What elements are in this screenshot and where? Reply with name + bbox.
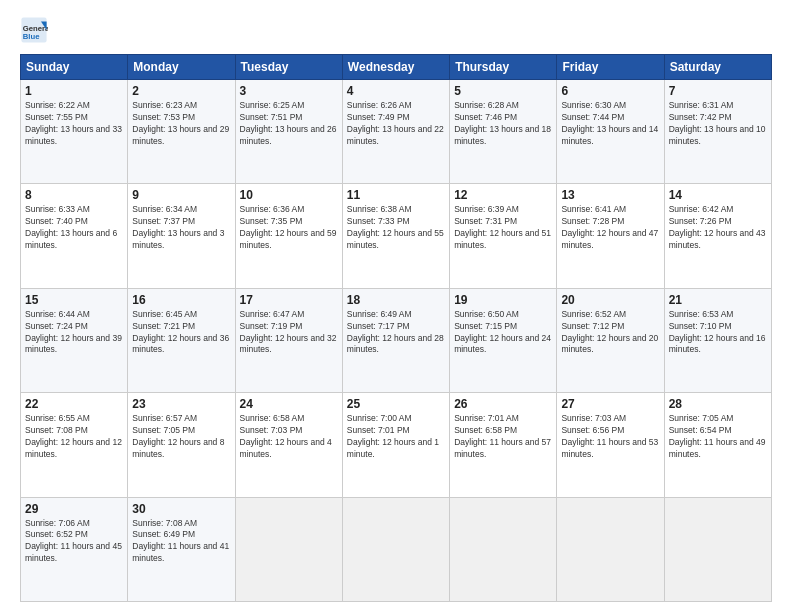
calendar-cell: 2Sunrise: 6:23 AMSunset: 7:53 PMDaylight… [128,80,235,184]
calendar-cell: 29Sunrise: 7:06 AMSunset: 6:52 PMDayligh… [21,497,128,601]
calendar-cell: 7Sunrise: 6:31 AMSunset: 7:42 PMDaylight… [664,80,771,184]
day-number: 14 [669,188,767,202]
day-number: 19 [454,293,552,307]
calendar-cell: 8Sunrise: 6:33 AMSunset: 7:40 PMDaylight… [21,184,128,288]
calendar-cell: 28Sunrise: 7:05 AMSunset: 6:54 PMDayligh… [664,393,771,497]
calendar-cell: 20Sunrise: 6:52 AMSunset: 7:12 PMDayligh… [557,288,664,392]
calendar-week-row: 15Sunrise: 6:44 AMSunset: 7:24 PMDayligh… [21,288,772,392]
day-info: Sunrise: 6:26 AMSunset: 7:49 PMDaylight:… [347,100,445,148]
calendar-cell [664,497,771,601]
day-number: 30 [132,502,230,516]
svg-text:Blue: Blue [23,32,40,41]
day-info: Sunrise: 7:08 AMSunset: 6:49 PMDaylight:… [132,518,230,566]
day-number: 9 [132,188,230,202]
col-sunday: Sunday [21,55,128,80]
day-info: Sunrise: 6:23 AMSunset: 7:53 PMDaylight:… [132,100,230,148]
calendar-cell: 16Sunrise: 6:45 AMSunset: 7:21 PMDayligh… [128,288,235,392]
calendar-cell [557,497,664,601]
day-number: 23 [132,397,230,411]
calendar-cell: 23Sunrise: 6:57 AMSunset: 7:05 PMDayligh… [128,393,235,497]
col-thursday: Thursday [450,55,557,80]
day-number: 25 [347,397,445,411]
day-number: 5 [454,84,552,98]
calendar-cell: 19Sunrise: 6:50 AMSunset: 7:15 PMDayligh… [450,288,557,392]
day-info: Sunrise: 6:33 AMSunset: 7:40 PMDaylight:… [25,204,123,252]
calendar-cell [342,497,449,601]
day-info: Sunrise: 6:49 AMSunset: 7:17 PMDaylight:… [347,309,445,357]
day-number: 27 [561,397,659,411]
day-info: Sunrise: 6:34 AMSunset: 7:37 PMDaylight:… [132,204,230,252]
day-number: 2 [132,84,230,98]
day-number: 6 [561,84,659,98]
day-info: Sunrise: 6:39 AMSunset: 7:31 PMDaylight:… [454,204,552,252]
day-number: 24 [240,397,338,411]
calendar-cell: 30Sunrise: 7:08 AMSunset: 6:49 PMDayligh… [128,497,235,601]
calendar-cell: 5Sunrise: 6:28 AMSunset: 7:46 PMDaylight… [450,80,557,184]
day-info: Sunrise: 6:53 AMSunset: 7:10 PMDaylight:… [669,309,767,357]
calendar-cell: 26Sunrise: 7:01 AMSunset: 6:58 PMDayligh… [450,393,557,497]
day-info: Sunrise: 6:36 AMSunset: 7:35 PMDaylight:… [240,204,338,252]
calendar: Sunday Monday Tuesday Wednesday Thursday… [20,54,772,602]
calendar-cell: 9Sunrise: 6:34 AMSunset: 7:37 PMDaylight… [128,184,235,288]
day-info: Sunrise: 6:38 AMSunset: 7:33 PMDaylight:… [347,204,445,252]
day-info: Sunrise: 6:58 AMSunset: 7:03 PMDaylight:… [240,413,338,461]
calendar-cell: 14Sunrise: 6:42 AMSunset: 7:26 PMDayligh… [664,184,771,288]
day-info: Sunrise: 6:52 AMSunset: 7:12 PMDaylight:… [561,309,659,357]
day-info: Sunrise: 6:57 AMSunset: 7:05 PMDaylight:… [132,413,230,461]
day-info: Sunrise: 7:06 AMSunset: 6:52 PMDaylight:… [25,518,123,566]
day-number: 1 [25,84,123,98]
calendar-cell: 27Sunrise: 7:03 AMSunset: 6:56 PMDayligh… [557,393,664,497]
day-number: 17 [240,293,338,307]
day-number: 4 [347,84,445,98]
day-info: Sunrise: 6:47 AMSunset: 7:19 PMDaylight:… [240,309,338,357]
day-number: 21 [669,293,767,307]
col-wednesday: Wednesday [342,55,449,80]
day-info: Sunrise: 6:25 AMSunset: 7:51 PMDaylight:… [240,100,338,148]
day-number: 11 [347,188,445,202]
day-number: 26 [454,397,552,411]
day-info: Sunrise: 6:31 AMSunset: 7:42 PMDaylight:… [669,100,767,148]
calendar-week-row: 22Sunrise: 6:55 AMSunset: 7:08 PMDayligh… [21,393,772,497]
calendar-cell [235,497,342,601]
day-number: 10 [240,188,338,202]
day-number: 12 [454,188,552,202]
day-number: 13 [561,188,659,202]
col-friday: Friday [557,55,664,80]
calendar-cell: 3Sunrise: 6:25 AMSunset: 7:51 PMDaylight… [235,80,342,184]
day-number: 7 [669,84,767,98]
day-info: Sunrise: 6:45 AMSunset: 7:21 PMDaylight:… [132,309,230,357]
calendar-cell: 4Sunrise: 6:26 AMSunset: 7:49 PMDaylight… [342,80,449,184]
calendar-cell: 25Sunrise: 7:00 AMSunset: 7:01 PMDayligh… [342,393,449,497]
col-monday: Monday [128,55,235,80]
calendar-cell: 17Sunrise: 6:47 AMSunset: 7:19 PMDayligh… [235,288,342,392]
day-number: 16 [132,293,230,307]
day-number: 22 [25,397,123,411]
day-number: 20 [561,293,659,307]
day-info: Sunrise: 6:30 AMSunset: 7:44 PMDaylight:… [561,100,659,148]
calendar-header-row: Sunday Monday Tuesday Wednesday Thursday… [21,55,772,80]
day-number: 18 [347,293,445,307]
day-info: Sunrise: 7:05 AMSunset: 6:54 PMDaylight:… [669,413,767,461]
day-info: Sunrise: 7:00 AMSunset: 7:01 PMDaylight:… [347,413,445,461]
calendar-cell: 1Sunrise: 6:22 AMSunset: 7:55 PMDaylight… [21,80,128,184]
day-info: Sunrise: 6:55 AMSunset: 7:08 PMDaylight:… [25,413,123,461]
logo: General Blue [20,16,52,44]
calendar-cell: 13Sunrise: 6:41 AMSunset: 7:28 PMDayligh… [557,184,664,288]
calendar-cell [450,497,557,601]
col-tuesday: Tuesday [235,55,342,80]
calendar-cell: 21Sunrise: 6:53 AMSunset: 7:10 PMDayligh… [664,288,771,392]
calendar-cell: 18Sunrise: 6:49 AMSunset: 7:17 PMDayligh… [342,288,449,392]
day-number: 3 [240,84,338,98]
day-info: Sunrise: 6:22 AMSunset: 7:55 PMDaylight:… [25,100,123,148]
day-info: Sunrise: 6:41 AMSunset: 7:28 PMDaylight:… [561,204,659,252]
day-number: 8 [25,188,123,202]
calendar-week-row: 29Sunrise: 7:06 AMSunset: 6:52 PMDayligh… [21,497,772,601]
day-number: 15 [25,293,123,307]
calendar-cell: 12Sunrise: 6:39 AMSunset: 7:31 PMDayligh… [450,184,557,288]
logo-icon: General Blue [20,16,48,44]
day-number: 29 [25,502,123,516]
calendar-week-row: 8Sunrise: 6:33 AMSunset: 7:40 PMDaylight… [21,184,772,288]
col-saturday: Saturday [664,55,771,80]
day-info: Sunrise: 7:01 AMSunset: 6:58 PMDaylight:… [454,413,552,461]
calendar-cell: 10Sunrise: 6:36 AMSunset: 7:35 PMDayligh… [235,184,342,288]
